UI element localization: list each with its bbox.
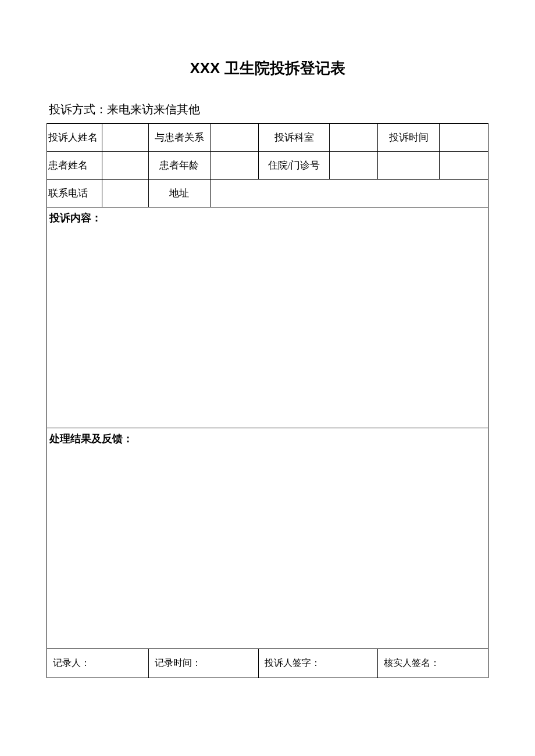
result-cell[interactable]: 处理结果及反馈：: [47, 428, 488, 649]
label-relation: 与患者关系: [148, 124, 210, 152]
value-relation[interactable]: [210, 124, 258, 152]
value-inpatient-extra1[interactable]: [378, 152, 440, 180]
row-3: 联系电话 地址: [47, 180, 488, 207]
label-address: 地址: [148, 180, 210, 207]
label-inpatient-no: 住院/门诊号: [259, 152, 329, 180]
row-result: 处理结果及反馈：: [47, 428, 488, 649]
value-patient-name[interactable]: [102, 152, 148, 180]
value-complainant-name[interactable]: [102, 124, 148, 152]
page: XXX 卫生院投拆登记表 投诉方式：来电来访来信其他 投诉人姓名 与患者关系 投…: [0, 0, 535, 713]
label-content: 投诉内容：: [49, 212, 102, 224]
row-2: 患者姓名 患者年龄 住院/门诊号: [47, 152, 488, 180]
row-footer: 记录人： 记录时间： 投诉人签字： 核实人签名：: [47, 649, 488, 678]
label-phone: 联系电话: [47, 180, 102, 207]
value-phone[interactable]: [102, 180, 148, 207]
value-inpatient-extra2[interactable]: [440, 152, 488, 180]
label-complaint-time: 投诉时间: [378, 124, 440, 152]
registration-table: 投诉人姓名 与患者关系 投诉科室 投诉时间 患者姓名 患者年龄 住院/门诊号 联…: [47, 123, 488, 678]
footer-verifier-sign[interactable]: 核实人签名：: [378, 649, 488, 678]
value-address[interactable]: [210, 180, 488, 207]
form-title: XXX 卫生院投拆登记表: [47, 58, 488, 78]
footer-complainant-sign[interactable]: 投诉人签字：: [259, 649, 378, 678]
row-content: 投诉内容：: [47, 207, 488, 428]
complaint-content-cell[interactable]: 投诉内容：: [47, 207, 488, 428]
value-inpatient-no[interactable]: [329, 152, 377, 180]
footer-record-time[interactable]: 记录时间：: [148, 649, 259, 678]
label-record-time: 记录时间：: [155, 658, 201, 668]
label-verifier-sign: 核实人签名：: [384, 658, 440, 668]
value-patient-age[interactable]: [210, 152, 258, 180]
label-complainant-sign: 投诉人签字：: [265, 658, 320, 668]
label-patient-age: 患者年龄: [148, 152, 210, 180]
label-patient-name: 患者姓名: [47, 152, 102, 180]
row-1: 投诉人姓名 与患者关系 投诉科室 投诉时间: [47, 124, 488, 152]
label-recorder: 记录人：: [53, 658, 90, 668]
label-result: 处理结果及反馈：: [49, 433, 133, 445]
label-complainant-name: 投诉人姓名: [47, 124, 102, 152]
value-department[interactable]: [329, 124, 377, 152]
complaint-method-line: 投诉方式：来电来访来信其他: [47, 102, 488, 117]
footer-recorder[interactable]: 记录人：: [47, 649, 149, 678]
value-complaint-time[interactable]: [440, 124, 488, 152]
label-department: 投诉科室: [259, 124, 329, 152]
